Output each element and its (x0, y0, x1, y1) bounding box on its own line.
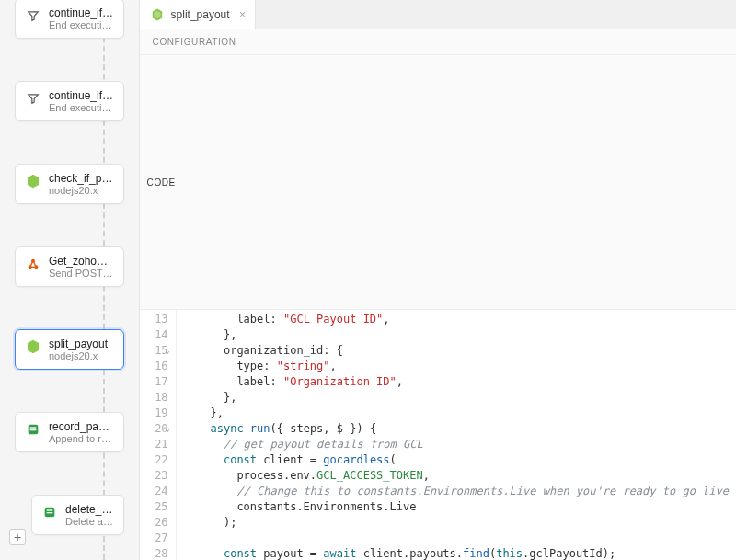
workflow-node[interactable]: Get_zoho_access_token1Send POST Request (15, 246, 124, 287)
node-title: continue_if_payment (49, 6, 114, 19)
tab-label: split_payout (171, 8, 230, 21)
workflow-node[interactable]: check_if_payout_alread...nodejs20.x (15, 164, 124, 204)
workflow-node[interactable]: continue_if_paymentEnd execution if a co… (15, 0, 124, 39)
webhook-icon (25, 256, 41, 272)
svg-rect-4 (30, 427, 37, 428)
workflow-node[interactable]: record_payout_idAppend to record (15, 412, 124, 452)
node-title: continue_if_payout (49, 89, 114, 102)
node-icon (149, 6, 166, 23)
workflow-node[interactable]: continue_if_payoutEnd execution if a con… (15, 81, 124, 121)
node-icon (25, 338, 41, 355)
filter-icon (25, 7, 41, 24)
node-subtitle: Delete a single record (65, 516, 114, 527)
workflow-node[interactable]: split_payoutnodejs20.x (15, 329, 124, 370)
node-subtitle: nodejs20.x (49, 185, 114, 196)
workflow-node[interactable]: delete_payment_iDelete a single record (31, 495, 124, 535)
node-title: record_payout_id (49, 420, 114, 433)
filter-icon (25, 90, 41, 107)
node-title: delete_payment_i (65, 503, 114, 516)
node-subtitle: End execution if a condition ... (49, 102, 114, 113)
db-icon (41, 504, 58, 520)
line-number-gutter: 131415⌄1617181920⌄2122232425262728293031… (140, 310, 177, 560)
workflow-sidebar: continue_if_paymentEnd execution if a co… (0, 0, 139, 560)
node-title: Get_zoho_access_token1 (49, 255, 114, 268)
tab-bar: split_payout × (140, 0, 736, 29)
section-code[interactable]: CODE (140, 55, 736, 310)
code-content[interactable]: label: "GCL Payout ID", }, organization_… (177, 310, 736, 560)
svg-rect-8 (47, 512, 53, 513)
code-editor[interactable]: 131415⌄1617181920⌄2122232425262728293031… (140, 310, 736, 560)
node-icon (25, 173, 41, 189)
db-icon (25, 421, 41, 438)
svg-rect-7 (47, 509, 53, 510)
node-title: check_if_payout_alread... (49, 172, 114, 185)
tab-split-payout[interactable]: split_payout × (140, 0, 257, 29)
node-subtitle: Append to record (49, 433, 114, 444)
add-step-button[interactable]: + (9, 529, 26, 545)
node-subtitle: nodejs20.x (49, 350, 114, 361)
node-subtitle: End execution if a condition ... (49, 19, 114, 30)
section-configuration[interactable]: CONFIGURATION (140, 29, 736, 55)
node-title: split_payout (49, 337, 114, 350)
editor-pane: split_payout × CONFIGURATION CODE 131415… (139, 0, 736, 560)
tab-close-icon[interactable]: × (239, 7, 247, 21)
svg-rect-5 (30, 429, 37, 430)
node-subtitle: Send POST Request (49, 268, 114, 279)
